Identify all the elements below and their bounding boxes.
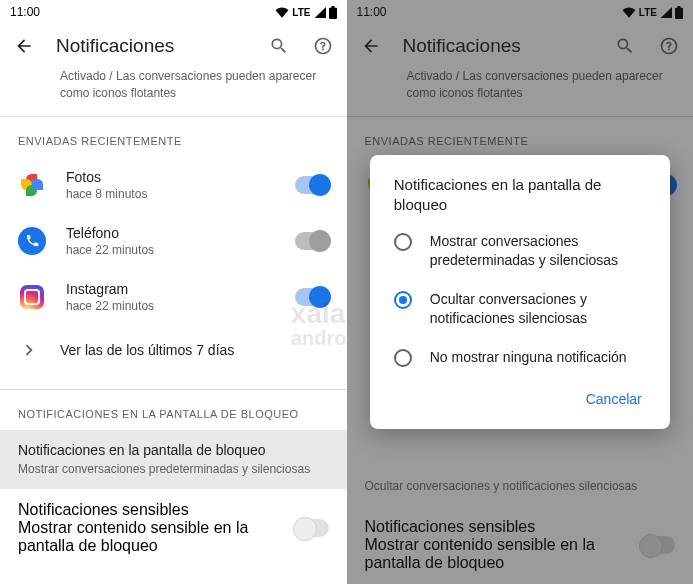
radio-icon [394, 349, 412, 367]
see-all-row[interactable]: Ver las de los últimos 7 días [0, 325, 347, 375]
bubbles-subtext: Activado / Las conversaciones pueden apa… [0, 68, 347, 102]
app-bar: Notificaciones [0, 24, 347, 68]
app-name: Teléfono [66, 225, 275, 241]
phone-app-icon [18, 227, 46, 255]
app-time: hace 22 minutos [66, 299, 275, 313]
lockscreen-dialog: Notificaciones en la pantalla de bloqueo… [370, 155, 670, 429]
sensitive-notifications-row[interactable]: Notificaciones sensibles Mostrar conteni… [0, 489, 347, 567]
setting-title: Notificaciones en la pantalla de bloqueo [18, 442, 329, 458]
option-label: No mostrar ninguna notificación [430, 348, 627, 367]
recent-app-telefono[interactable]: Teléfono hace 22 minutos [0, 213, 347, 269]
setting-value: Mostrar conversaciones predeterminadas y… [18, 461, 329, 477]
wifi-icon [275, 7, 289, 18]
battery-icon [329, 6, 337, 19]
see-all-label: Ver las de los últimos 7 días [60, 342, 234, 358]
option-label: Ocultar conversaciones y notificaciones … [430, 290, 646, 328]
dialog-option-show-all[interactable]: Mostrar conversaciones predeterminadas y… [374, 222, 666, 280]
setting-subtitle: Mostrar contenido sensible en la pantall… [18, 519, 283, 555]
dialog-scrim[interactable]: Notificaciones en la pantalla de bloqueo… [347, 0, 694, 584]
search-button[interactable] [267, 34, 291, 58]
back-button[interactable] [12, 34, 36, 58]
toggle-sensitive[interactable] [295, 519, 329, 537]
dialog-title: Notificaciones en la pantalla de bloqueo [374, 175, 666, 222]
chevron-right-icon [18, 339, 40, 361]
app-name: Instagram [66, 281, 275, 297]
radio-icon [394, 291, 412, 309]
network-label: LTE [292, 7, 310, 18]
toggle-telefono[interactable] [295, 232, 329, 250]
screen-notifications-settings: 11:00 LTE Notificaciones Activado / Las … [0, 0, 347, 584]
dialog-actions: Cancelar [374, 377, 666, 421]
status-icons: LTE [275, 6, 336, 19]
recent-app-fotos[interactable]: Fotos hace 8 minutos [0, 157, 347, 213]
dialog-option-hide-silent[interactable]: Ocultar conversaciones y notificaciones … [374, 280, 666, 338]
setting-title: Notificaciones sensibles [18, 501, 283, 519]
status-bar: 11:00 LTE [0, 0, 347, 24]
arrow-back-icon [14, 36, 34, 56]
app-time: hace 22 minutos [66, 243, 275, 257]
app-time: hace 8 minutos [66, 187, 275, 201]
search-icon [269, 36, 289, 56]
section-lockscreen-title: NOTIFICACIONES EN LA PANTALLA DE BLOQUEO [0, 390, 347, 430]
instagram-app-icon [18, 283, 46, 311]
screen-notifications-dialog: 11:00 LTE Notificaciones Activado / Las … [347, 0, 694, 584]
app-name: Fotos [66, 169, 275, 185]
photos-app-icon [18, 171, 46, 199]
lockscreen-notifications-row[interactable]: Notificaciones en la pantalla de bloqueo… [0, 430, 347, 489]
phone-icon [25, 233, 40, 248]
radio-icon [394, 233, 412, 251]
option-label: Mostrar conversaciones predeterminadas y… [430, 232, 646, 270]
cancel-button[interactable]: Cancelar [576, 383, 652, 415]
signal-icon [314, 7, 326, 18]
clock: 11:00 [10, 5, 40, 19]
toggle-instagram[interactable] [295, 288, 329, 306]
page-title: Notificaciones [56, 35, 247, 57]
dialog-option-none[interactable]: No mostrar ninguna notificación [374, 338, 666, 377]
help-button[interactable] [311, 34, 335, 58]
help-icon [313, 36, 333, 56]
section-recent-title: ENVIADAS RECIENTEMENTE [0, 117, 347, 157]
toggle-fotos[interactable] [295, 176, 329, 194]
recent-app-instagram[interactable]: Instagram hace 22 minutos [0, 269, 347, 325]
